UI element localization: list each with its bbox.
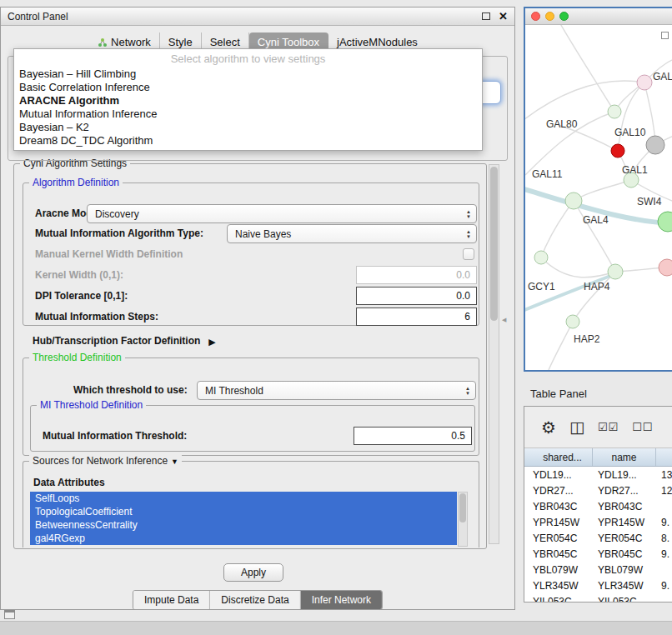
attribute-item-selected[interactable]: TopologicalCoefficient <box>30 505 457 518</box>
table-row[interactable]: YDR27...YDR27...12 <box>524 482 672 498</box>
node-label: GAL80 <box>546 118 578 130</box>
column-header-shared[interactable]: shared... <box>524 448 593 466</box>
table-row[interactable]: YER054CYER054C8. <box>524 530 672 546</box>
dropdown-item[interactable]: Bayesian – Hill Climbing <box>14 68 482 81</box>
select-all-icon[interactable]: ☑☑ <box>598 421 619 433</box>
table-row[interactable]: YIL053CYIL053C <box>524 593 672 602</box>
dropdown-item[interactable]: Dream8 DC_TDC Algorithm <box>14 134 482 148</box>
dropdown-prompt: Select algorithm to view settings <box>14 49 482 68</box>
mi-steps-field[interactable]: 6 <box>356 308 477 326</box>
dpi-tolerance-label: DPI Tolerance [0,1]: <box>35 290 128 302</box>
aracne-mode-combobox[interactable]: Discovery <box>87 204 477 223</box>
mi-threshold-label: Mutual Information Threshold: <box>43 430 187 442</box>
manual-kernel-checkbox[interactable] <box>463 248 474 260</box>
zoom-traffic-light-icon[interactable] <box>559 12 569 21</box>
attribute-item-selected[interactable]: SelfLoops <box>30 492 457 505</box>
tab-impute-data[interactable]: Impute Data <box>133 591 209 609</box>
dpi-tolerance-field[interactable]: 0.0 <box>356 287 477 305</box>
minimize-traffic-light-icon[interactable] <box>545 12 554 21</box>
attribute-list: SelfLoops TopologicalCoefficient Between… <box>30 492 457 547</box>
which-threshold-combobox[interactable]: MI Threshold <box>197 381 476 400</box>
algorithm-definition-group: Algorithm Definition Aracne Mode: Discov… <box>23 182 479 326</box>
attribute-item-selected[interactable]: BetweennessCentrality <box>30 518 457 532</box>
network-node-gal4[interactable] <box>565 192 582 209</box>
network-icon <box>98 38 108 48</box>
settings-scrollbar[interactable] <box>489 164 499 544</box>
kernel-width-field[interactable]: 0.0 <box>356 266 477 284</box>
table-panel-window: ⚙ ◫ ☑☑ ☐☐ shared... name YDL19...YDL19..… <box>524 406 672 602</box>
node-label: GAL8 <box>653 71 672 82</box>
network-node-hap4[interactable] <box>608 264 623 279</box>
tab-infer-network[interactable]: Infer Network <box>300 591 382 609</box>
close-traffic-light-icon[interactable] <box>531 12 540 21</box>
node-label: GAL1 <box>622 164 648 176</box>
control-panel-titlebar: Control Panel ✕ <box>1 8 514 26</box>
table-row[interactable]: YDL19...YDL19...13 <box>524 467 672 482</box>
mi-threshold-definition-group: MI Threshold Definition Mutual Informati… <box>30 405 475 452</box>
apply-button[interactable]: Apply <box>223 563 283 582</box>
dropdown-item-selected[interactable]: ARACNE Algorithm <box>14 94 482 108</box>
hub-definition-label: Hub/Transcription Factor Definition <box>33 335 200 347</box>
network-node[interactable] <box>637 75 652 90</box>
network-node-selected-red[interactable] <box>611 144 624 158</box>
algorithm-dropdown-popup: Select algorithm to view settings Bayesi… <box>13 48 483 151</box>
mi-steps-label: Mutual Information Steps: <box>35 311 158 322</box>
mi-threshold-field[interactable]: 0.5 <box>354 427 472 445</box>
table-header-row: shared... name <box>524 448 672 467</box>
mi-type-combobox[interactable]: Naive Bayes <box>227 224 477 243</box>
table-row[interactable]: YBL079WYBL079W <box>524 562 672 578</box>
deselect-all-icon[interactable]: ☐☐ <box>632 421 653 433</box>
which-threshold-label: Which threshold to use: <box>73 384 188 396</box>
node-label: HAP2 <box>574 333 600 345</box>
bottom-tab-bar: Impute Data Discretize Data Infer Networ… <box>133 590 383 610</box>
minimized-window-icon[interactable] <box>4 610 15 619</box>
column-header-name[interactable]: name <box>593 448 656 466</box>
manual-kernel-label: Manual Kernel Width Definition <box>35 248 183 260</box>
close-icon[interactable]: ✕ <box>499 11 508 22</box>
network-view-window: GAL8 GAL80 GAL10 GAL11 GAL1 SWI4 GAL4 GC… <box>524 7 672 372</box>
group-title: MI Threshold Definition <box>37 399 146 411</box>
network-graph: GAL8 GAL80 GAL10 GAL11 GAL1 SWI4 GAL4 GC… <box>525 25 672 370</box>
node-label: GCY1 <box>528 281 555 292</box>
table-row[interactable]: YBR043CYBR043C <box>524 498 672 514</box>
network-window-titlebar <box>525 8 672 25</box>
panel-collapse-icon[interactable] <box>502 310 506 325</box>
dropdown-item[interactable]: Basic Correlation Inference <box>14 81 482 94</box>
table-row[interactable]: YPR145WYPR145W9. <box>524 514 672 530</box>
hub-definition-expander[interactable]: Hub/Transcription Factor Definition <box>33 333 216 348</box>
attribute-list-scrollbar[interactable] <box>458 492 468 547</box>
sources-group: Sources for Network Inference Data Attri… <box>23 461 479 548</box>
group-title: Algorithm Definition <box>29 177 123 188</box>
network-node[interactable] <box>659 259 672 276</box>
combo-arrows-icon <box>465 386 470 396</box>
threshold-definition-group: Threshold Definition Which threshold to … <box>23 358 479 456</box>
combo-arrows-icon <box>466 209 471 219</box>
table-row[interactable]: YLR345WYLR345W9. <box>524 578 672 593</box>
float-window-icon[interactable] <box>482 12 490 20</box>
table-row[interactable]: YBR045CYBR045C9. <box>524 546 672 562</box>
add-column-icon[interactable]: ◫ <box>569 418 584 437</box>
network-node-hap2[interactable] <box>566 315 579 328</box>
network-node[interactable] <box>658 212 672 232</box>
scrollbar-thumb[interactable] <box>490 167 498 321</box>
table-toolbar: ⚙ ◫ ☑☑ ☐☐ <box>524 407 672 448</box>
dropdown-item[interactable]: Mutual Information Inference <box>14 108 482 121</box>
network-node-gcy1[interactable] <box>534 251 548 264</box>
column-header[interactable] <box>656 448 672 466</box>
kernel-width-label: Kernel Width (0,1): <box>35 269 123 281</box>
node-label: HAP4 <box>584 281 610 292</box>
network-node-gal10[interactable] <box>646 136 664 154</box>
dropdown-item[interactable]: Bayesian – K2 <box>14 121 482 134</box>
tab-label: Network <box>111 36 151 48</box>
overview-toggle-icon[interactable] <box>661 32 669 39</box>
network-node[interactable] <box>608 105 621 118</box>
network-canvas[interactable]: GAL8 GAL80 GAL10 GAL11 GAL1 SWI4 GAL4 GC… <box>525 25 672 370</box>
node-label: GAL11 <box>532 168 563 180</box>
table-body: YDL19...YDL19...13 YDR27...YDR27...12 YB… <box>524 467 672 602</box>
sources-expander[interactable]: Sources for Network Inference <box>29 455 182 467</box>
tab-discretize-data[interactable]: Discretize Data <box>209 591 299 609</box>
attribute-item-selected[interactable]: gal4RGexp <box>30 532 457 545</box>
status-bar <box>0 621 672 635</box>
gear-icon[interactable]: ⚙ <box>541 418 556 438</box>
control-panel-window: Control Panel ✕ Network Style Select Cyn… <box>0 7 515 610</box>
